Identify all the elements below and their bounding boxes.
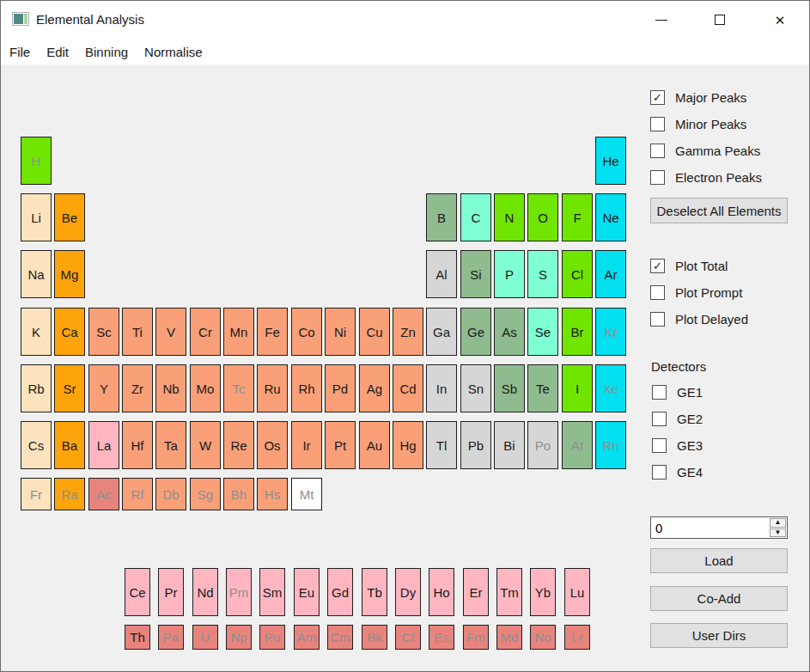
element-Na[interactable]: Na bbox=[21, 250, 52, 298]
element-B[interactable]: B bbox=[426, 193, 457, 241]
element-In[interactable]: In bbox=[426, 364, 457, 412]
element-Nd[interactable]: Nd bbox=[192, 568, 218, 616]
element-I[interactable]: I bbox=[562, 364, 593, 412]
element-O[interactable]: O bbox=[527, 193, 558, 241]
checkbox-ge2[interactable]: GE2 bbox=[652, 406, 807, 432]
spinbox-down-button[interactable]: ▼ bbox=[770, 528, 786, 538]
element-Gd[interactable]: Gd bbox=[327, 568, 353, 616]
checkbox-minor-peaks[interactable]: Minor Peaks bbox=[650, 111, 805, 137]
element-Ho[interactable]: Ho bbox=[429, 568, 454, 616]
element-Fe[interactable]: Fe bbox=[257, 308, 288, 356]
element-Ag[interactable]: Ag bbox=[359, 364, 390, 412]
element-Pt[interactable]: Pt bbox=[325, 421, 356, 469]
element-Cr[interactable]: Cr bbox=[190, 308, 221, 356]
element-Sb[interactable]: Sb bbox=[494, 364, 525, 412]
element-Sr[interactable]: Sr bbox=[54, 364, 85, 412]
element-Y[interactable]: Y bbox=[88, 364, 119, 412]
element-Al[interactable]: Al bbox=[426, 250, 457, 298]
element-N[interactable]: N bbox=[494, 193, 525, 241]
element-Lu[interactable]: Lu bbox=[564, 568, 590, 616]
checkbox-checked-icon[interactable]: ✓ bbox=[650, 259, 665, 273]
element-Sm[interactable]: Sm bbox=[259, 568, 285, 616]
element-Nb[interactable]: Nb bbox=[155, 364, 186, 412]
checkbox-ge4[interactable]: GE4 bbox=[652, 459, 807, 486]
user-dirs-button[interactable]: User Dirs bbox=[650, 623, 788, 648]
element-Yb[interactable]: Yb bbox=[530, 568, 556, 616]
checkbox-major-peaks[interactable]: ✓Major Peaks bbox=[650, 84, 805, 111]
checkbox-gamma-peaks[interactable]: Gamma Peaks bbox=[650, 137, 805, 164]
checkbox-plot-total[interactable]: ✓Plot Total bbox=[650, 253, 805, 279]
element-Zn[interactable]: Zn bbox=[393, 308, 423, 356]
element-K[interactable]: K bbox=[21, 308, 52, 356]
checkbox-unchecked-icon[interactable] bbox=[652, 438, 667, 453]
element-Mn[interactable]: Mn bbox=[223, 308, 254, 356]
spinbox-value[interactable]: 0 bbox=[651, 517, 769, 538]
element-Cu[interactable]: Cu bbox=[359, 308, 390, 356]
element-He[interactable]: He bbox=[595, 137, 626, 185]
element-V[interactable]: V bbox=[155, 308, 186, 356]
element-Th[interactable]: Th bbox=[125, 625, 150, 650]
element-Ge[interactable]: Ge bbox=[460, 308, 491, 356]
menu-item-edit[interactable]: Edit bbox=[46, 45, 69, 59]
checkbox-ge3[interactable]: GE3 bbox=[652, 432, 807, 459]
element-Dy[interactable]: Dy bbox=[395, 568, 421, 616]
element-Cl[interactable]: Cl bbox=[562, 250, 593, 298]
element-C[interactable]: C bbox=[460, 193, 491, 241]
maximize-button[interactable] bbox=[700, 1, 740, 39]
element-Au[interactable]: Au bbox=[359, 421, 390, 469]
checkbox-unchecked-icon[interactable] bbox=[650, 312, 665, 327]
checkbox-unchecked-icon[interactable] bbox=[650, 144, 665, 158]
spinbox[interactable]: 0 ▲ ▼ bbox=[650, 516, 788, 539]
menu-item-normalise[interactable]: Normalise bbox=[144, 45, 203, 59]
menu-item-binning[interactable]: Binning bbox=[85, 45, 128, 59]
element-Se[interactable]: Se bbox=[527, 308, 558, 356]
element-Tl[interactable]: Tl bbox=[426, 421, 457, 469]
element-Mg[interactable]: Mg bbox=[54, 250, 85, 298]
checkbox-unchecked-icon[interactable] bbox=[652, 385, 667, 400]
element-Eu[interactable]: Eu bbox=[294, 568, 320, 616]
element-Cs[interactable]: Cs bbox=[21, 421, 52, 469]
element-Rh[interactable]: Rh bbox=[291, 364, 322, 412]
element-Er[interactable]: Er bbox=[463, 568, 489, 616]
element-Te[interactable]: Te bbox=[527, 364, 558, 412]
element-Br[interactable]: Br bbox=[562, 308, 593, 356]
load-button[interactable]: Load bbox=[650, 548, 788, 573]
element-As[interactable]: As bbox=[494, 308, 525, 356]
element-P[interactable]: P bbox=[494, 250, 525, 298]
co-add-button[interactable]: Co-Add bbox=[650, 586, 788, 611]
checkbox-electron-peaks[interactable]: Electron Peaks bbox=[650, 164, 805, 191]
spinbox-up-button[interactable]: ▲ bbox=[770, 518, 786, 528]
element-Tm[interactable]: Tm bbox=[496, 568, 522, 616]
element-Ce[interactable]: Ce bbox=[125, 568, 150, 616]
element-Mo[interactable]: Mo bbox=[190, 364, 221, 412]
element-Ti[interactable]: Ti bbox=[122, 308, 153, 356]
element-Hg[interactable]: Hg bbox=[393, 421, 423, 469]
checkbox-unchecked-icon[interactable] bbox=[650, 170, 665, 185]
minimize-button[interactable] bbox=[642, 1, 681, 39]
element-Tb[interactable]: Tb bbox=[362, 568, 387, 616]
element-Os[interactable]: Os bbox=[257, 421, 288, 469]
element-Si[interactable]: Si bbox=[460, 250, 491, 298]
checkbox-unchecked-icon[interactable] bbox=[650, 117, 665, 131]
checkbox-ge1[interactable]: GE1 bbox=[652, 379, 807, 406]
checkbox-plot-prompt[interactable]: Plot Prompt bbox=[650, 279, 805, 306]
element-Ru[interactable]: Ru bbox=[257, 364, 288, 412]
element-S[interactable]: S bbox=[527, 250, 558, 298]
element-Ba[interactable]: Ba bbox=[54, 421, 85, 469]
element-Ni[interactable]: Ni bbox=[325, 308, 356, 356]
checkbox-checked-icon[interactable]: ✓ bbox=[650, 90, 665, 105]
element-Pr[interactable]: Pr bbox=[158, 568, 184, 616]
checkbox-plot-delayed[interactable]: Plot Delayed bbox=[650, 306, 805, 333]
element-F[interactable]: F bbox=[562, 193, 593, 241]
element-Ir[interactable]: Ir bbox=[291, 421, 322, 469]
element-Pb[interactable]: Pb bbox=[460, 421, 491, 469]
element-Ga[interactable]: Ga bbox=[426, 308, 457, 356]
element-Sn[interactable]: Sn bbox=[460, 364, 491, 412]
element-Ar[interactable]: Ar bbox=[595, 250, 626, 298]
element-Li[interactable]: Li bbox=[21, 193, 52, 241]
deselect-all-elements-button[interactable]: Deselect All Elements bbox=[650, 198, 788, 223]
menu-item-file[interactable]: File bbox=[9, 45, 30, 59]
element-Pd[interactable]: Pd bbox=[325, 364, 356, 412]
element-Ta[interactable]: Ta bbox=[155, 421, 186, 469]
element-Ne[interactable]: Ne bbox=[595, 193, 626, 241]
